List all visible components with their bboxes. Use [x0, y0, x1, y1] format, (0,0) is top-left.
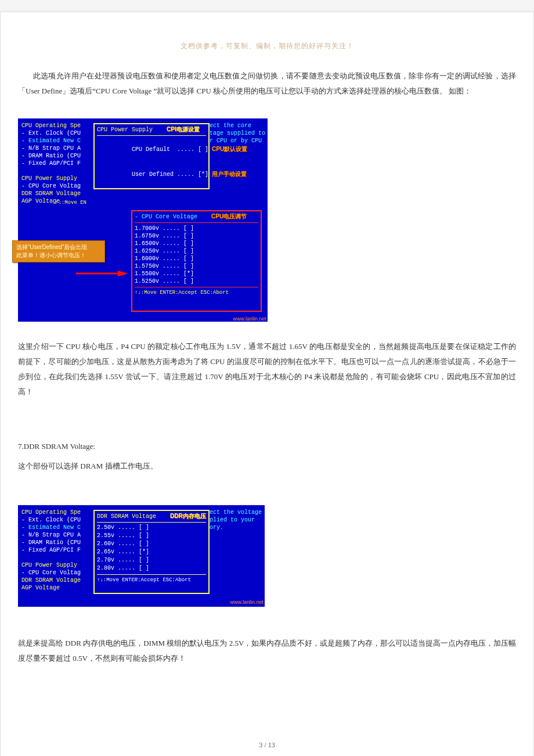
bios-item: - Estimated New C: [21, 524, 81, 531]
bios-figure-ddr-voltage: CPU Operating Spe - Ext. Clock (CPU - Es…: [18, 505, 516, 609]
bios-help-line: plied to your: [210, 516, 262, 524]
bios-help-line: ect the voltage: [210, 509, 262, 516]
bios-move-hint-short: ↑↓:Move EN: [55, 200, 86, 207]
bios-item: - N/B Strap CPU A: [21, 145, 81, 152]
bios-item: CPU Operating Spe: [21, 509, 81, 516]
watermark: www.lanlin.net: [233, 316, 266, 323]
voltage-option[interactable]: 1.6500v ..... [ ]: [135, 240, 258, 247]
bios-item: - Fixed AGP/PCI F: [21, 546, 81, 554]
bios-help-line: ory.: [210, 524, 262, 531]
bios-item: CPU Operating Spe: [21, 122, 81, 129]
bios-right-help: ect the core tage supplied to r CPU or b…: [210, 122, 265, 145]
bios-item: - CPU Core Voltag: [21, 182, 81, 190]
voltage-option[interactable]: 1.6250v ..... [ ]: [135, 247, 258, 255]
bios-right-help: ect the voltage plied to your ory.: [210, 509, 262, 531]
ddr-voltage-option[interactable]: 2.55v ..... [ ]: [97, 532, 206, 540]
bios-left-column: CPU Operating Spe - Ext. Clock (CPU - Es…: [21, 122, 81, 205]
voltage-option[interactable]: 1.5500v ..... [*]: [135, 270, 258, 278]
bios-item: - N/B Strap CPU A: [21, 531, 81, 539]
submenu-title: DDR SDRAM Voltage: [97, 513, 156, 520]
voltage-option[interactable]: 1.7000v ..... [ ]: [135, 225, 258, 232]
bios-figure-cpu-voltage: CPU Operating Spe - Ext. Clock (CPU - Es…: [18, 118, 516, 324]
watermark: www.lanlin.net: [230, 599, 264, 606]
document-page: 文档供参考，可复制、编制，期待您的好评与关注！ 此选项允许用户在处理器预设电压数…: [0, 12, 534, 756]
bios-item: AGP Voltage: [21, 584, 81, 592]
paragraph-ddr-explain: 就是来提高给 DDR 内存供电的电压，DIMM 模组的默认电压为 2.5V，如果…: [18, 636, 516, 666]
submenu-title-row: CPU Power Supply CPI电源设置: [97, 125, 206, 134]
paragraph-cpu-voltage-explain: 这里介绍一下 CPU 核心电压，P4 CPU 的额定核心工作电压为 1.5V，通…: [18, 339, 516, 399]
bios-item: - DRAM Ratio (CPU: [21, 539, 81, 546]
spacer: [18, 327, 516, 339]
submenu-title-cn: DDR内存电压: [170, 513, 206, 519]
submenu-title-row: DDR SDRAM Voltage DDR内存电压: [97, 512, 206, 521]
ddr-voltage-option[interactable]: 2.80v ..... [ ]: [97, 564, 206, 573]
submenu-title-cn: CPI电源设置: [167, 126, 200, 132]
spacer: [18, 613, 516, 636]
submenu-title: CPU Power Supply: [97, 127, 153, 133]
spacer: [18, 476, 516, 499]
voltage-option[interactable]: 1.5750v ..... [ ]: [135, 262, 258, 270]
submenu-option[interactable]: CPU Default ..... [ ] CPU默认设置: [97, 137, 206, 162]
bios-submenu-ddr-voltage: DDR SDRAM Voltage DDR内存电压 2.50v ..... [ …: [93, 510, 210, 594]
bios-screen-1: CPU Operating Spe - Ext. Clock (CPU - Es…: [18, 118, 268, 322]
bios-item: - Ext. Clock (CPU: [21, 516, 81, 524]
bios-gap: [21, 554, 81, 561]
voltage-option[interactable]: 1.6000v ..... [ ]: [135, 255, 258, 262]
bios-left-column: CPU Operating Spe - Ext. Clock (CPU - Es…: [21, 509, 81, 592]
bios-move-hint: ↑↓:Move ENTER:Accept ESC:Abort: [97, 577, 206, 584]
bios-item: - CPU Core Voltag: [21, 569, 81, 577]
bios-item: DDR SDRAM Voltage: [21, 190, 81, 197]
bios-submenu-power-supply: CPU Power Supply CPI电源设置 CPU Default ...…: [93, 123, 210, 189]
ddr-voltage-option[interactable]: 2.70v ..... [ ]: [97, 556, 206, 564]
page-number: 3 / 13: [18, 741, 516, 750]
bios-gap: [21, 167, 81, 175]
bios-item: - DRAM Ratio (CPU: [21, 152, 81, 160]
spacer: [18, 402, 516, 437]
core-voltage-title-row: - CPU Core Voltage CPU电压调节: [135, 213, 258, 221]
bios-submenu-core-voltage: - CPU Core Voltage CPU电压调节 1.7000v .....…: [131, 210, 262, 312]
submenu-option[interactable]: User Defined ..... [*] 用户手动设置: [97, 162, 206, 187]
spacer: [18, 101, 516, 113]
header-note: 文档供参考，可复制、编制，期待您的好评与关注！: [18, 41, 516, 51]
ddr-voltage-option[interactable]: 2.60v ..... [ ]: [97, 540, 206, 548]
ddr-voltage-option[interactable]: 2.50v ..... [ ]: [97, 524, 206, 532]
voltage-option[interactable]: 1.5250v ..... [ ]: [135, 278, 258, 285]
core-voltage-title: - CPU Core Voltage: [135, 214, 197, 220]
bios-help-line: tage supplied to: [210, 129, 265, 137]
core-voltage-title-cn: CPU电压调节: [211, 213, 247, 219]
callout-line: 此菜单！请小心调节电压！: [16, 251, 101, 260]
bios-screen-2: CPU Operating Spe - Ext. Clock (CPU - Es…: [18, 505, 265, 607]
bios-help-line: r CPU or by CPU: [210, 137, 265, 145]
bios-item: CPU Power Supply: [21, 175, 81, 182]
bios-item: - Fixed AGP/PCI F: [21, 160, 81, 167]
section-7-title: 7.DDR SDRAM Voltage:: [18, 439, 516, 454]
bios-item: - Estimated New C: [21, 137, 81, 145]
callout-userdefined: 选择“UserDefined”后会出现 此菜单！请小心调节电压！: [12, 240, 105, 262]
section-7-subtitle: 这个部份可以选择 DRAM 插槽工作电压。: [18, 459, 516, 474]
bios-item: - Ext. Clock (CPU: [21, 129, 81, 137]
bios-help-line: ect the core: [210, 122, 265, 129]
paragraph-intro: 此选项允许用户在处理器预设电压数值和使用者定义电压数值之间做切换，请不要随意去变…: [18, 69, 516, 99]
callout-line: 选择“UserDefined”后会出现: [16, 243, 101, 251]
bios-item: DDR SDRAM Voltage: [21, 577, 81, 584]
bios-item: CPU Power Supply: [21, 561, 81, 569]
ddr-voltage-option[interactable]: 2.65v ..... [*]: [97, 548, 206, 556]
voltage-option[interactable]: 1.6750v ..... [ ]: [135, 232, 258, 240]
bios-move-hint: ↑↓:Move ENTER:Accept ESC:Abort: [135, 290, 258, 297]
